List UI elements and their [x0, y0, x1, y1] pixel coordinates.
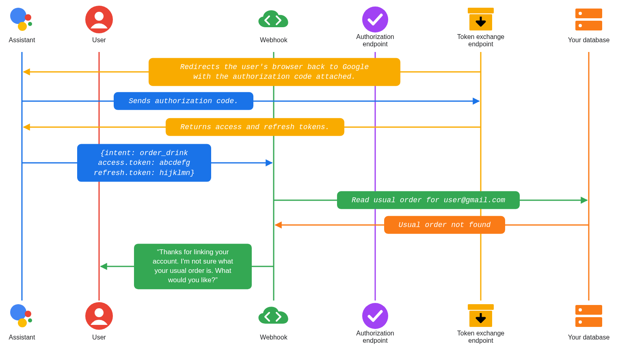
participant-label-auth: Authorization endpoint [356, 330, 394, 344]
svg-point-5 [25, 311, 31, 317]
svg-point-21 [579, 24, 582, 27]
message-label-m1: Redirects the user's browser back to Goo… [149, 58, 400, 86]
cloud-code-icon [253, 302, 294, 332]
svg-point-7 [28, 318, 32, 322]
participant-label-db: Your database [568, 334, 610, 341]
message-label-m7: “Thanks for linking your account. I'm no… [134, 244, 252, 289]
svg-point-1 [25, 14, 31, 21]
participant-label-token: Token exchange endpoint [457, 33, 505, 48]
user-icon [84, 301, 114, 332]
message-label-m2: Sends authorization code. [114, 92, 253, 110]
archive-down-icon [465, 5, 496, 35]
participant-label-user: User [92, 334, 106, 341]
participant-label-db: Your database [568, 37, 610, 44]
message-label-m5: Read usual order for user@gmail.com [337, 191, 520, 209]
participant-label-webhook: Webhook [260, 37, 287, 44]
svg-point-6 [18, 318, 27, 327]
svg-point-9 [95, 12, 104, 21]
svg-rect-14 [468, 8, 494, 13]
svg-point-25 [579, 320, 582, 324]
assistant-icon [8, 302, 36, 332]
assistant-icon [8, 5, 36, 35]
server-icon [573, 302, 605, 332]
svg-point-12 [362, 6, 388, 32]
participant-label-user: User [92, 37, 106, 44]
participant-label-assistant: Assistant [9, 334, 35, 341]
svg-point-2 [18, 22, 27, 31]
participant-label-assistant: Assistant [9, 37, 35, 44]
participant-label-webhook: Webhook [260, 334, 287, 341]
check-circle-icon [361, 5, 389, 35]
svg-point-3 [28, 22, 32, 26]
server-icon [573, 5, 605, 35]
archive-down-icon [465, 302, 496, 332]
participant-label-token: Token exchange endpoint [457, 330, 505, 344]
svg-point-13 [362, 303, 388, 329]
sequence-diagram: AssistantAssistantUserUserWebhookWebhook… [0, 0, 644, 346]
participant-label-auth: Authorization endpoint [356, 33, 394, 48]
svg-rect-16 [468, 304, 494, 310]
svg-point-0 [10, 8, 26, 24]
message-label-m6: Usual order not found [384, 216, 505, 234]
message-label-m3: Returns access and refresh tokens. [166, 118, 344, 136]
check-circle-icon [361, 302, 389, 332]
cloud-code-icon [253, 5, 294, 35]
svg-point-11 [95, 308, 104, 317]
message-label-m4: {intent: order_drink access.token: abcde… [77, 144, 211, 182]
user-icon [84, 5, 114, 36]
svg-point-24 [579, 308, 582, 311]
svg-point-20 [579, 12, 582, 15]
svg-point-4 [10, 304, 26, 320]
